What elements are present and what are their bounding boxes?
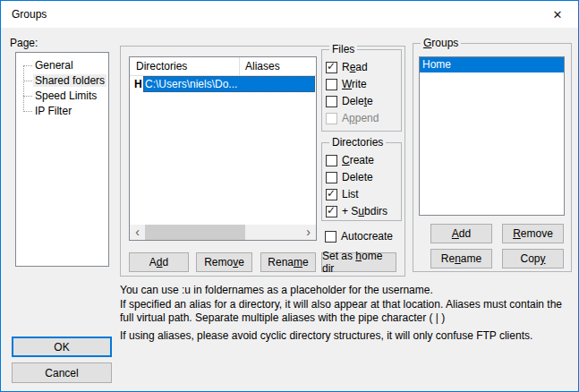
group-row-home[interactable]: Home — [420, 57, 564, 72]
description-line: full virtual path. Separate multiple ali… — [120, 311, 578, 326]
tree-item-general[interactable]: General — [16, 58, 108, 73]
add-group-button[interactable]: Add — [430, 224, 492, 243]
read-checkbox[interactable]: ✓ Read — [326, 60, 368, 74]
groups-group-caption: Groups — [421, 37, 461, 49]
check-icon: ✓ — [327, 204, 336, 217]
check-icon: ✓ — [327, 187, 336, 200]
page-label: Page: — [10, 37, 38, 49]
tree-item-shared-folders[interactable]: Shared folders — [16, 73, 108, 89]
directories-list-header: Directories Aliases — [130, 57, 316, 76]
description-text: You can use :u in foldernames as a place… — [120, 284, 578, 343]
subdirs-checkbox[interactable]: ✓ + Subdirs — [326, 204, 387, 218]
delete-files-checkbox[interactable]: Delete — [326, 94, 373, 108]
checkbox-box — [325, 231, 336, 243]
close-button[interactable]: ✕ — [537, 1, 578, 28]
tree-item-ip-filter[interactable]: IP Filter — [16, 104, 108, 119]
remove-group-button[interactable]: Remove — [502, 224, 564, 243]
checkbox-box: ✓ — [326, 189, 337, 200]
title-bar[interactable]: Groups ✕ — [1, 1, 578, 28]
write-checkbox[interactable]: Write — [326, 77, 367, 91]
column-divider[interactable] — [239, 57, 240, 75]
checkbox-box — [326, 155, 337, 166]
checkbox-box — [326, 96, 337, 107]
append-checkbox: Append — [326, 111, 379, 125]
checkbox-box — [326, 113, 337, 124]
directory-row[interactable]: H C:\Users\niels\Do... — [130, 76, 316, 93]
delete-directories-checkbox[interactable]: Delete — [326, 170, 373, 184]
description-line: If specified an alias for a directory, i… — [120, 298, 578, 312]
copy-group-button[interactable]: Copy — [502, 249, 564, 268]
tree-branch-line — [23, 65, 32, 66]
horizontal-scrollbar[interactable]: ‹ › — [130, 225, 316, 240]
checkbox-box — [326, 172, 337, 183]
scrollbar-thumb[interactable] — [145, 225, 245, 240]
set-as-home-dir-button[interactable]: Set as home dir — [321, 252, 396, 272]
tree-branch-line — [23, 96, 32, 97]
list-checkbox[interactable]: ✓ List — [326, 187, 359, 201]
description-line: If using aliases, please avoid cyclic di… — [120, 329, 578, 344]
autocreate-checkbox[interactable]: Autocreate — [325, 229, 393, 243]
checkbox-box: ✓ — [326, 206, 337, 217]
directories-list: Directories Aliases H C:\Users\niels\Do.… — [129, 56, 317, 241]
close-icon: ✕ — [553, 8, 563, 21]
tree-item-speed-limits[interactable]: Speed Limits — [16, 89, 108, 104]
home-marker: H — [134, 76, 142, 92]
checkbox-box: ✓ — [326, 62, 337, 73]
rename-directory-button[interactable]: Rename — [260, 252, 316, 272]
scroll-right-arrow-icon[interactable]: › — [301, 225, 316, 240]
window-title: Groups — [12, 1, 47, 28]
files-group-caption: Files — [329, 43, 357, 55]
create-checkbox[interactable]: Create — [326, 153, 374, 167]
add-directory-button[interactable]: Add — [129, 252, 189, 272]
tree-branch-line — [23, 81, 32, 81]
directory-path-selected: C:\Users\niels\Do... — [143, 76, 315, 92]
checkbox-box — [326, 79, 337, 90]
remove-directory-button[interactable]: Remove — [196, 252, 252, 272]
ok-button[interactable]: OK — [12, 337, 112, 357]
rename-group-button[interactable]: Rename — [430, 249, 492, 268]
description-line: You can use :u in foldernames as a place… — [120, 284, 578, 298]
check-icon: ✓ — [327, 60, 336, 72]
scroll-left-arrow-icon[interactable]: ‹ — [130, 225, 145, 240]
groups-dialog: Groups ✕ Page: General Shared folders Sp… — [0, 0, 579, 392]
groups-list[interactable]: Home — [419, 56, 565, 216]
page-tree: General Shared folders Speed Limits IP F… — [15, 52, 109, 267]
cancel-button[interactable]: Cancel — [12, 362, 112, 383]
tree-branch-line — [23, 111, 32, 112]
column-header-directories[interactable]: Directories — [136, 57, 187, 75]
directories-group-caption: Directories — [329, 136, 386, 149]
column-header-aliases[interactable]: Aliases — [245, 57, 280, 75]
